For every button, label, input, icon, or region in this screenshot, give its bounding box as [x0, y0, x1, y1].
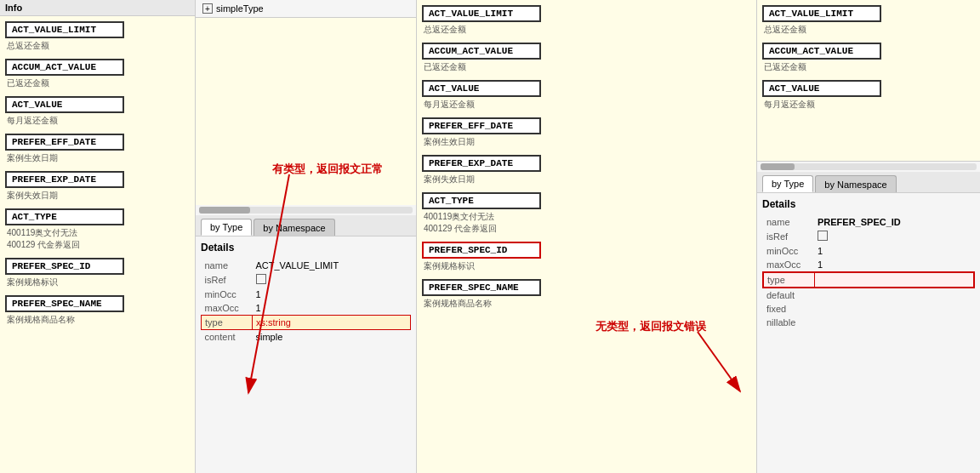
far-right-maxocc-value: 1 [814, 258, 974, 272]
schema-box-act-type[interactable]: ACT_TYPE [5, 208, 124, 225]
far-right-desc-act-value: 每月返还金额 [762, 99, 975, 111]
right-desc-act-type: 400119奥文付无法 400129 代金券返回 [422, 211, 751, 235]
list-item[interactable]: PREFER_EFF_DATE 案例生效日期 [5, 134, 190, 164]
schema-desc-accum-act-value: 已返还金额 [5, 77, 190, 89]
middle-details-section: Details name ACT_VALUE_LIMIT isRef minOc… [196, 236, 416, 473]
table-row: content simple [202, 330, 411, 345]
right-schema-box-prefer-spec-id[interactable]: PREFER_SPEC_ID [422, 242, 541, 259]
schema-box-prefer-exp-date[interactable]: PREFER_EXP_DATE [5, 171, 124, 188]
list-item[interactable]: PREFER_SPEC_NAME 案例规格商品名称 [5, 295, 190, 326]
list-item[interactable]: PREFER_EFF_DATE 案例生效日期 [422, 117, 751, 148]
list-item[interactable]: PREFER_SPEC_NAME 案例规格商品名称 [422, 279, 751, 310]
list-item[interactable]: ACT_VALUE_LIMIT 总返还金额 [762, 5, 975, 36]
right-schema-box-act-value-limit[interactable]: ACT_VALUE_LIMIT [422, 5, 541, 22]
far-right-top-items: ACT_VALUE_LIMIT 总返还金额 ACCUM_ACT_VALUE 已返… [757, 0, 980, 162]
name-value: ACT_VALUE_LIMIT [253, 259, 411, 272]
tab-by-namespace[interactable]: by Namespace [254, 219, 334, 236]
far-right-minocc-label: minOcc [763, 244, 814, 258]
far-right-isref-checkbox[interactable] [818, 231, 828, 241]
list-item[interactable]: ACT_VALUE_LIMIT 总返还金额 [422, 5, 751, 36]
name-label: name [202, 259, 253, 272]
minocc-value: 1 [253, 288, 411, 301]
far-right-tab-by-type[interactable]: by Type [762, 175, 813, 192]
far-right-schema-box-act-value[interactable]: ACT_VALUE [762, 80, 881, 97]
far-right-schema-box-act-value-limit[interactable]: ACT_VALUE_LIMIT [762, 5, 881, 22]
far-right-type-value [814, 272, 974, 288]
table-row: isRef [202, 272, 411, 288]
right-desc-accum-act-value: 已返还金额 [422, 61, 751, 73]
main-container: Info ACT_VALUE_LIMIT 总返还金额 ACCUM_ACT_VAL… [0, 0, 980, 473]
far-right-details-title: Details [762, 198, 975, 210]
table-row-type: type xs:string [202, 316, 411, 330]
far-right-default-label: default [763, 288, 814, 302]
right-schema-box-accum-act-value[interactable]: ACCUM_ACT_VALUE [422, 43, 541, 60]
far-right-nillable-label: nillable [763, 316, 814, 329]
list-item[interactable]: PREFER_EXP_DATE 案例失效日期 [5, 171, 190, 202]
schema-box-prefer-eff-date[interactable]: PREFER_EFF_DATE [5, 134, 124, 151]
schema-desc-prefer-spec-name: 案例规格商品名称 [5, 314, 190, 326]
right-desc-act-value: 每月返还金额 [422, 99, 751, 111]
far-right-name-value: PREFER_SPEC_ID [814, 215, 974, 229]
right-schema-box-prefer-spec-name[interactable]: PREFER_SPEC_NAME [422, 279, 541, 296]
list-item[interactable]: ACT_VALUE 每月返还金额 [422, 80, 751, 111]
table-row: default [763, 288, 974, 302]
far-right-name-label: name [763, 215, 814, 229]
schema-box-act-value[interactable]: ACT_VALUE [5, 96, 124, 113]
right-schema-box-prefer-eff-date[interactable]: PREFER_EFF_DATE [422, 117, 541, 134]
isref-value [253, 272, 411, 288]
type-value: xs:string [253, 316, 411, 330]
schema-box-prefer-spec-id[interactable]: PREFER_SPEC_ID [5, 258, 124, 275]
tab-by-type[interactable]: by Type [201, 219, 252, 236]
schema-box-act-value-limit[interactable]: ACT_VALUE_LIMIT [5, 21, 124, 38]
list-item[interactable]: PREFER_EXP_DATE 案例失效日期 [422, 155, 751, 185]
right-schema-box-prefer-exp-date[interactable]: PREFER_EXP_DATE [422, 155, 541, 172]
right-schema-box-act-value[interactable]: ACT_VALUE [422, 80, 541, 97]
far-right-maxocc-label: maxOcc [763, 258, 814, 272]
right-desc-act-value-limit: 总返还金额 [422, 24, 751, 36]
left-panel-header: Info [0, 0, 195, 16]
details-title: Details [201, 242, 411, 254]
right-desc-prefer-exp-date: 案例失效日期 [422, 174, 751, 185]
far-right-tabs-bar: by Type by Namespace [757, 172, 980, 193]
annotation-has-type: 有类型，返回报文正常 [272, 162, 383, 177]
far-right-isref-label: isRef [763, 229, 814, 244]
list-item[interactable]: ACT_TYPE 400119奥文付无法 400129 代金券返回 [5, 208, 190, 251]
table-row: fixed [763, 302, 974, 316]
middle-panel: + simpleType by Type by Namespace Detail… [196, 0, 417, 473]
far-right-minocc-value: 1 [814, 244, 974, 258]
right-desc-prefer-spec-id: 案例规格标识 [422, 260, 751, 272]
far-right-nillable-value [814, 316, 974, 329]
list-item[interactable]: ACT_VALUE 每月返还金额 [762, 80, 975, 111]
middle-top: + simpleType [196, 0, 416, 18]
right-panel: ACT_VALUE_LIMIT 总返还金额 ACCUM_ACT_VALUE 已返… [417, 0, 757, 473]
right-schema-box-act-type[interactable]: ACT_TYPE [422, 192, 541, 209]
schema-desc-act-type: 400119奥文付无法 400129 代金券返回 [5, 227, 190, 251]
far-right-default-value [814, 288, 974, 302]
list-item[interactable]: ACT_TYPE 400119奥文付无法 400129 代金券返回 [422, 192, 751, 235]
expand-icon[interactable]: + [202, 3, 213, 14]
list-item[interactable]: PREFER_SPEC_ID 案例规格标识 [422, 242, 751, 272]
content-value: simple [253, 330, 411, 345]
far-right-tab-by-namespace[interactable]: by Namespace [815, 175, 896, 192]
far-right-type-label: type [763, 272, 814, 288]
list-item[interactable]: ACCUM_ACT_VALUE 已返还金额 [422, 43, 751, 73]
schema-box-accum-act-value[interactable]: ACCUM_ACT_VALUE [5, 59, 124, 76]
list-item[interactable]: ACT_VALUE 每月返还金额 [5, 96, 190, 127]
list-item[interactable]: ACCUM_ACT_VALUE 已返还金额 [5, 59, 190, 89]
far-right-details-table: name PREFER_SPEC_ID isRef minOcc 1 maxOc… [762, 215, 975, 329]
table-row: maxOcc 1 [763, 258, 974, 272]
content-label: content [202, 330, 253, 345]
isref-checkbox[interactable] [256, 274, 266, 284]
details-table: name ACT_VALUE_LIMIT isRef minOcc 1 maxO… [201, 259, 411, 344]
schema-desc-prefer-spec-id: 案例规格标识 [5, 276, 190, 288]
far-right-schema-box-accum-act-value[interactable]: ACCUM_ACT_VALUE [762, 43, 881, 60]
list-item[interactable]: PREFER_SPEC_ID 案例规格标识 [5, 258, 190, 288]
list-item[interactable]: ACT_VALUE_LIMIT 总返还金额 [5, 21, 190, 52]
table-row: minOcc 1 [763, 244, 974, 258]
right-desc-prefer-eff-date: 案例生效日期 [422, 136, 751, 148]
far-right-desc-act-value-limit: 总返还金额 [762, 24, 975, 36]
far-right-details-section: Details name PREFER_SPEC_ID isRef minOcc… [757, 193, 980, 473]
list-item[interactable]: ACCUM_ACT_VALUE 已返还金额 [762, 43, 975, 73]
right-panel-items: ACT_VALUE_LIMIT 总返还金额 ACCUM_ACT_VALUE 已返… [417, 0, 756, 473]
schema-box-prefer-spec-name[interactable]: PREFER_SPEC_NAME [5, 295, 124, 312]
